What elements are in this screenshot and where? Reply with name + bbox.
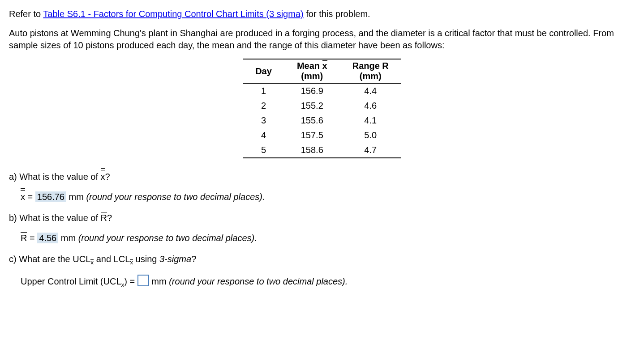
- question-c: c) What are the UCLx and LCLx using 3-si…: [9, 253, 635, 267]
- answer-a-equals: =: [28, 192, 35, 202]
- data-table-container: Day Mean x (mm) Range R (mm) 1 156.9 4.4…: [9, 59, 635, 158]
- cell-range: 4.6: [340, 98, 401, 113]
- cell-day: 2: [243, 98, 284, 113]
- answer-c: Upper Control Limit (UCLx) = mm (round y…: [21, 275, 635, 289]
- question-c-sigma: 3-sigma: [159, 254, 191, 264]
- answer-b-value[interactable]: 4.56: [37, 233, 58, 243]
- intro-paragraph: Refer to Table S6.1 - Factors for Comput…: [9, 8, 635, 20]
- answer-b-unit: mm: [61, 233, 78, 243]
- cell-mean: 155.2: [284, 98, 340, 113]
- cell-range: 4.4: [340, 83, 401, 98]
- answer-b-equals: =: [30, 233, 37, 243]
- x-bar-subscript: x: [121, 281, 125, 288]
- cell-day: 5: [243, 143, 284, 158]
- question-c-suffix: using: [133, 254, 159, 264]
- question-a-label: a) What is the value of: [9, 172, 101, 182]
- answer-c-hint: (round your response to two decimal plac…: [169, 276, 348, 286]
- table-row: 5 158.6 4.7: [243, 143, 401, 158]
- cell-range: 4.7: [340, 143, 401, 158]
- table-header-row: Day Mean x (mm) Range R (mm): [243, 59, 401, 83]
- col-day-header: Day: [255, 66, 272, 76]
- answer-a-hint: (round your response to two decimal plac…: [86, 192, 265, 202]
- question-a: a) What is the value of x?: [9, 171, 635, 183]
- cell-range: 5.0: [340, 128, 401, 143]
- table-row: 1 156.9 4.4: [243, 83, 401, 98]
- question-a-qmark: ?: [105, 172, 110, 182]
- question-b-qmark: ?: [107, 213, 112, 223]
- answer-b: R = 4.56 mm (round your response to two …: [21, 232, 635, 244]
- cell-day: 1: [243, 83, 284, 98]
- table-row: 2 155.2 4.6: [243, 98, 401, 113]
- intro-prefix: Refer to: [9, 9, 43, 19]
- answer-a-unit: mm: [69, 192, 86, 202]
- answer-b-hint: (round your response to two decimal plac…: [78, 233, 257, 243]
- col-range-header-l1: Range R: [352, 61, 389, 71]
- scenario-paragraph: Auto pistons at Wemming Chung's plant in…: [9, 27, 635, 51]
- answer-c-lhs1: Upper Control Limit (UCL: [21, 276, 121, 286]
- question-b: b) What is the value of R?: [9, 212, 635, 224]
- ucl-input[interactable]: [137, 275, 149, 286]
- x-bar-subscript: x: [90, 259, 94, 266]
- cell-mean: 158.6: [284, 143, 340, 158]
- col-mean-header-l2: (mm): [301, 71, 323, 81]
- answer-c-lhs2: ) =: [124, 276, 137, 286]
- answer-a: x = 156.76 mm (round your response to tw…: [21, 191, 635, 203]
- col-range-header-l2: (mm): [360, 71, 382, 81]
- x-double-bar-symbol: x: [101, 171, 105, 183]
- table-row: 4 157.5 5.0: [243, 128, 401, 143]
- table-row: 3 155.6 4.1: [243, 113, 401, 128]
- cell-mean: 155.6: [284, 113, 340, 128]
- cell-day: 3: [243, 113, 284, 128]
- question-c-qmark: ?: [191, 254, 196, 264]
- answer-c-unit: mm: [149, 276, 169, 286]
- r-bar-symbol: R: [21, 232, 27, 244]
- x-bar-subscript: x: [130, 259, 133, 266]
- question-c-prefix: c) What are the UCL: [9, 254, 90, 264]
- cell-mean: 157.5: [284, 128, 340, 143]
- data-table: Day Mean x (mm) Range R (mm) 1 156.9 4.4…: [243, 59, 401, 158]
- question-b-label: b) What is the value of: [9, 213, 101, 223]
- cell-day: 4: [243, 128, 284, 143]
- col-mean-header-l1: Mean x: [297, 61, 327, 71]
- cell-range: 4.1: [340, 113, 401, 128]
- cell-mean: 156.9: [284, 83, 340, 98]
- intro-suffix: for this problem.: [304, 9, 370, 19]
- r-bar-symbol: R: [101, 212, 107, 224]
- answer-a-value[interactable]: 156.76: [35, 191, 66, 202]
- table-reference-link[interactable]: Table S6.1 - Factors for Computing Contr…: [43, 9, 303, 19]
- x-double-bar-symbol: x: [21, 191, 25, 203]
- question-c-mid: and LCL: [94, 254, 130, 264]
